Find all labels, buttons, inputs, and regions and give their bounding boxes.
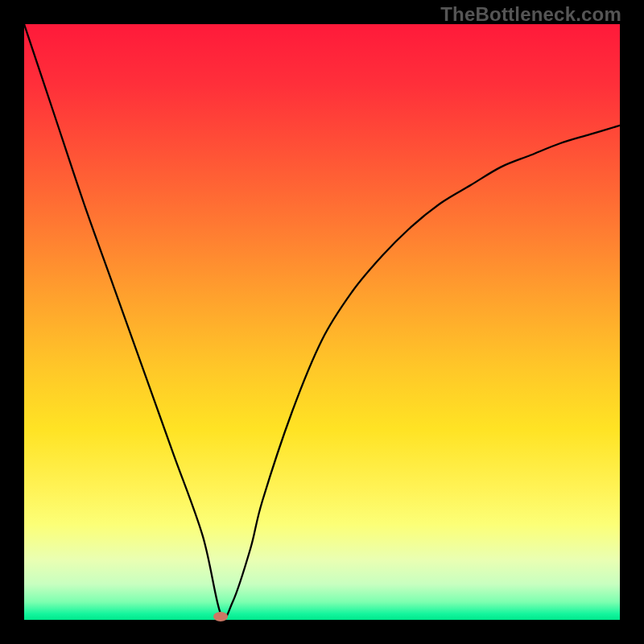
bottleneck-curve <box>24 24 620 620</box>
watermark-text: TheBottleneck.com <box>440 3 621 26</box>
curve-path <box>24 24 620 618</box>
chart-container: TheBottleneck.com <box>0 0 644 644</box>
plot-area <box>24 24 620 620</box>
optimal-point-marker <box>213 612 228 621</box>
